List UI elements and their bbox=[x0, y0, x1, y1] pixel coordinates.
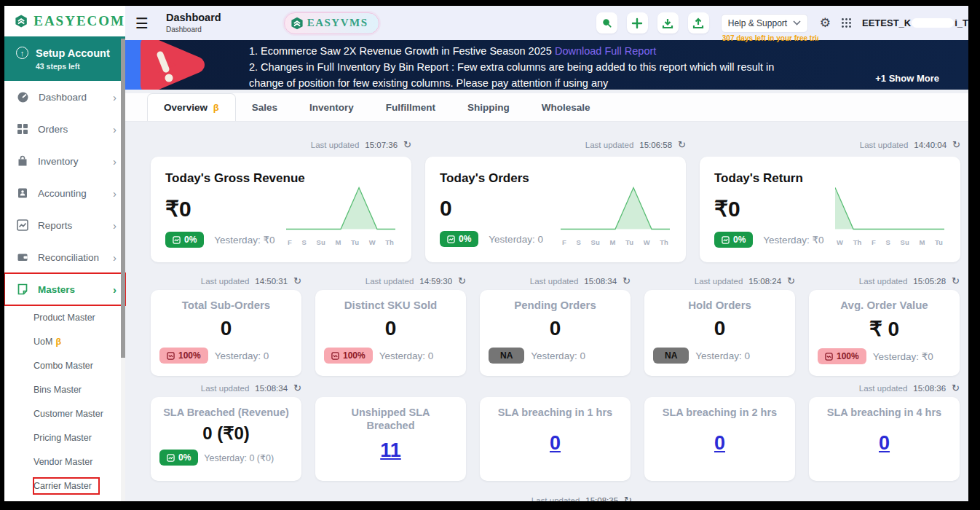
submenu-pricing-master[interactable]: Pricing Master bbox=[4, 425, 125, 450]
submenu-customer-master[interactable]: Customer Master bbox=[4, 401, 125, 425]
sidebar-item-inventory[interactable]: Inventory › bbox=[4, 145, 125, 177]
chevron-right-icon: › bbox=[113, 91, 116, 103]
refresh-icon[interactable]: ↻ bbox=[952, 382, 960, 393]
sla-2hr-count-link[interactable]: 0 bbox=[714, 432, 725, 455]
refresh-icon[interactable]: ↻ bbox=[623, 275, 631, 286]
beta-badge: β bbox=[213, 102, 219, 113]
tab-sales[interactable]: Sales bbox=[236, 93, 293, 121]
yesterday-value: Yesterday: 0 bbox=[489, 234, 543, 245]
sidebar-item-reconciliation[interactable]: Reconciliation › bbox=[4, 241, 125, 273]
card-title: SLA breaching in 4 hrs bbox=[818, 406, 951, 419]
card-title: Today's Orders bbox=[440, 171, 671, 186]
card-sla-breached-revenue: SLA Breached (Revenue) 0 (₹0) 0%Yesterda… bbox=[151, 397, 301, 481]
refresh-icon[interactable]: ↻ bbox=[787, 275, 795, 286]
yesterday-value: Yesterday: ₹0 bbox=[873, 350, 933, 362]
refresh-icon[interactable]: ↻ bbox=[952, 139, 960, 150]
refresh-icon[interactable]: ↻ bbox=[678, 139, 686, 150]
yesterday-value: Yesterday: 0 bbox=[695, 350, 750, 361]
setup-account-button[interactable]: ↑ Setup Account 43 steps left bbox=[4, 39, 125, 81]
tab-fulfillment[interactable]: Fulfillment bbox=[370, 93, 451, 121]
hamburger-menu-icon[interactable]: ☰ bbox=[135, 15, 149, 32]
chevron-down-icon bbox=[793, 20, 801, 26]
sidebar-item-reports[interactable]: Reports › bbox=[4, 209, 125, 241]
banner-text: 1. Ecommerce Saw 2X Revenue Growth in Fe… bbox=[249, 43, 810, 90]
tab-overview[interactable]: Overview β bbox=[147, 93, 236, 121]
card-value: 0 bbox=[159, 317, 293, 340]
percent-badge: 100% bbox=[324, 348, 373, 364]
apps-grid-icon[interactable] bbox=[841, 17, 852, 28]
submenu-carrier-master[interactable]: Carrier Master bbox=[4, 474, 125, 498]
last-updated-row3-5: Last updated15:08:36↻ bbox=[859, 382, 960, 393]
card-unshipped-sla-breached: Unshipped SLA Breached 11 bbox=[315, 397, 466, 481]
show-more-button[interactable]: +1 Show More bbox=[875, 73, 939, 84]
trend-chart-icon bbox=[825, 353, 833, 361]
card-value: ₹ 0 bbox=[818, 317, 951, 341]
refresh-icon[interactable]: ↻ bbox=[403, 139, 411, 150]
submenu-bins-master[interactable]: Bins Master bbox=[4, 377, 125, 401]
sidebar-scrollbar-track[interactable] bbox=[121, 39, 125, 501]
card-sla-breaching-1hr: SLA breaching in 1 hrs 0 bbox=[480, 397, 631, 481]
help-support-wrap: Help & Support 307 days left in your fre… bbox=[721, 14, 808, 33]
unshipped-sla-count-link[interactable]: 11 bbox=[380, 439, 401, 462]
banner-line2: 2. Changes in Full Inventory By Bin Repo… bbox=[249, 61, 774, 89]
card-title: Today's Return bbox=[714, 171, 946, 186]
import-button[interactable] bbox=[657, 12, 679, 34]
sparkline: WThFSSuMTu bbox=[835, 184, 944, 246]
upload-icon bbox=[692, 17, 704, 29]
last-updated-row1-3: Last updated14:40:04↻ bbox=[860, 139, 960, 150]
search-button[interactable] bbox=[596, 12, 617, 34]
refresh-icon[interactable]: ↻ bbox=[952, 275, 960, 286]
search-icon bbox=[601, 17, 612, 28]
download-report-link[interactable]: Download Full Report bbox=[555, 45, 656, 57]
tab-shipping[interactable]: Shipping bbox=[451, 93, 526, 121]
help-support-dropdown[interactable]: Help & Support bbox=[721, 14, 808, 33]
submenu-vendor-master[interactable]: Vendor Master bbox=[4, 450, 125, 474]
announcement-banner: 1. Ecommerce Saw 2X Revenue Growth in Fe… bbox=[125, 40, 968, 90]
refresh-icon[interactable]: ↻ bbox=[293, 382, 301, 393]
settings-gear-icon[interactable]: ⚙ bbox=[820, 15, 831, 31]
sla-4hr-count-link[interactable]: 0 bbox=[879, 432, 890, 455]
refresh-icon[interactable]: ↻ bbox=[293, 275, 301, 286]
nav-label: Orders bbox=[38, 124, 68, 135]
trend-chart-icon bbox=[167, 352, 175, 360]
percent-badge: 0% bbox=[165, 232, 204, 248]
export-button[interactable] bbox=[688, 12, 709, 34]
sla-1hr-count-link[interactable]: 0 bbox=[550, 432, 561, 455]
submenu-product-master[interactable]: Product Master bbox=[4, 305, 125, 329]
card-title: SLA breaching in 1 hrs bbox=[489, 406, 622, 419]
note-icon bbox=[17, 283, 28, 295]
card-title: Pending Orders bbox=[489, 299, 622, 311]
sidebar-item-dashboard[interactable]: Dashboard › bbox=[4, 81, 125, 113]
percent-badge: 0% bbox=[159, 450, 198, 466]
sidebar-scrollbar-thumb[interactable] bbox=[121, 39, 125, 358]
percent-badge: 0% bbox=[714, 232, 753, 248]
logo-text: EASYECOM bbox=[33, 13, 125, 29]
submenu-combo-master[interactable]: Combo Master bbox=[4, 353, 125, 377]
card-value: 0 bbox=[489, 317, 622, 340]
bag-icon bbox=[17, 155, 28, 167]
trend-chart-icon bbox=[331, 352, 339, 360]
chevron-right-icon: › bbox=[113, 251, 116, 264]
na-badge: NA bbox=[489, 348, 524, 364]
easyvms-logo-icon bbox=[291, 17, 304, 30]
card-distinct-sku-sold: Distinct SKU Sold 0 100%Yesterday: 0 bbox=[315, 290, 466, 376]
tab-inventory[interactable]: Inventory bbox=[293, 93, 370, 121]
easyvms-badge[interactable]: EASYVMS bbox=[284, 12, 379, 34]
yesterday-value: Yesterday: 0 (₹0) bbox=[204, 452, 274, 463]
tab-wholesale[interactable]: Wholesale bbox=[526, 93, 606, 121]
help-support-label: Help & Support bbox=[728, 18, 787, 28]
submenu-uom[interactable]: UoMβ bbox=[4, 329, 125, 353]
card-title: Avg. Order Value bbox=[818, 299, 951, 311]
sidebar-item-orders[interactable]: Orders › bbox=[4, 113, 125, 145]
refresh-icon[interactable]: ↻ bbox=[624, 495, 632, 501]
setup-account-label: Setup Account bbox=[36, 47, 110, 59]
sidebar-item-masters[interactable]: Masters › bbox=[4, 273, 125, 305]
refresh-icon[interactable]: ↻ bbox=[458, 275, 466, 286]
add-button[interactable] bbox=[627, 12, 648, 34]
card-sla-breaching-4hr: SLA breaching in 4 hrs 0 bbox=[809, 397, 960, 481]
chevron-right-icon: › bbox=[113, 123, 116, 136]
submenu-label: Combo Master bbox=[33, 361, 93, 371]
card-hold-orders: Hold Orders 0 NAYesterday: 0 bbox=[644, 290, 795, 376]
sidebar-item-accounting[interactable]: Accounting › bbox=[4, 177, 125, 209]
user-account-menu[interactable]: EETEST_Ki_T bbox=[862, 17, 968, 28]
